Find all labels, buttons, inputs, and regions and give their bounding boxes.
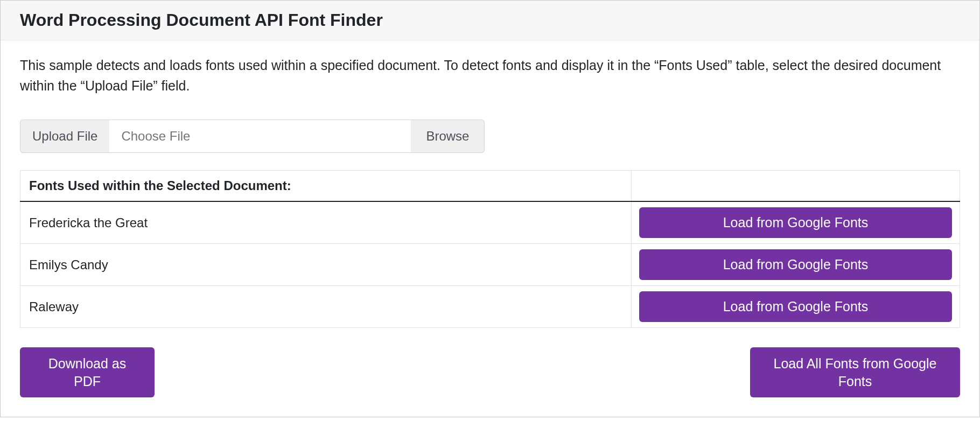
- font-name-cell: Raleway: [20, 286, 632, 328]
- font-action-cell: Load from Google Fonts: [632, 201, 960, 244]
- table-row: Raleway Load from Google Fonts: [20, 286, 960, 328]
- footer-actions: Download as PDF Load All Fonts from Goog…: [20, 347, 960, 397]
- table-header-action: [632, 171, 960, 202]
- table-header-fontname: Fonts Used within the Selected Document:: [20, 171, 632, 202]
- table-row: Emilys Candy Load from Google Fonts: [20, 244, 960, 286]
- description-text: This sample detects and loads fonts used…: [20, 55, 960, 96]
- table-row: Fredericka the Great Load from Google Fo…: [20, 201, 960, 244]
- upload-file-group: Upload File Browse: [20, 120, 960, 153]
- font-name-cell: Fredericka the Great: [20, 201, 632, 244]
- load-all-fonts-button[interactable]: Load All Fonts from Google Fonts: [750, 347, 960, 397]
- load-font-button[interactable]: Load from Google Fonts: [639, 291, 952, 322]
- fonts-table: Fonts Used within the Selected Document:…: [20, 170, 960, 328]
- content-area: This sample detects and loads fonts used…: [1, 40, 979, 417]
- header: Word Processing Document API Font Finder: [1, 1, 979, 40]
- download-pdf-button[interactable]: Download as PDF: [20, 347, 155, 397]
- load-font-button[interactable]: Load from Google Fonts: [639, 207, 952, 238]
- font-name-cell: Emilys Candy: [20, 244, 632, 286]
- browse-button[interactable]: Browse: [411, 120, 485, 153]
- font-action-cell: Load from Google Fonts: [632, 286, 960, 328]
- table-header-row: Fonts Used within the Selected Document:: [20, 171, 960, 202]
- font-action-cell: Load from Google Fonts: [632, 244, 960, 286]
- app-frame: Word Processing Document API Font Finder…: [0, 0, 980, 417]
- upload-file-input[interactable]: [109, 120, 411, 153]
- page-title: Word Processing Document API Font Finder: [20, 10, 960, 30]
- upload-file-label: Upload File: [20, 120, 109, 153]
- load-font-button[interactable]: Load from Google Fonts: [639, 249, 952, 280]
